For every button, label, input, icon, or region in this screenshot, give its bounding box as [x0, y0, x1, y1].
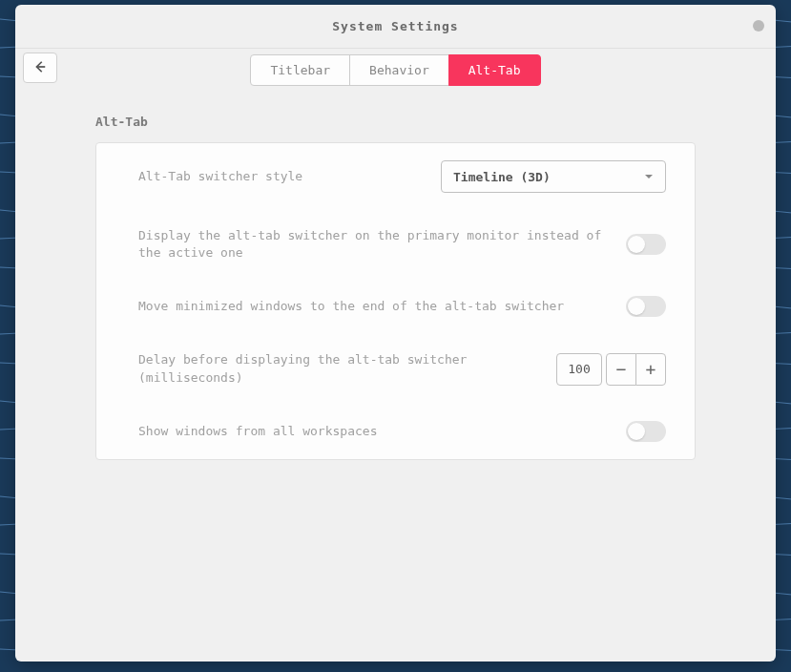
row-move-minimized: Move minimized windows to the end of the… — [96, 279, 695, 334]
delay-stepper: − + — [556, 353, 666, 386]
delay-increment-button[interactable]: + — [635, 353, 666, 386]
delay-decrement-button[interactable]: − — [606, 353, 636, 386]
delay-label: Delay before displaying the alt-tab swit… — [138, 351, 537, 386]
tab-titlebar[interactable]: Titlebar — [250, 54, 350, 86]
primary-monitor-label: Display the alt-tab switcher on the prim… — [138, 227, 607, 262]
settings-window: System Settings Titlebar Behavior Alt-Ta… — [15, 5, 776, 662]
all-workspaces-label: Show windows from all workspaces — [138, 423, 607, 440]
plus-icon: + — [646, 359, 656, 379]
row-delay: Delay before displaying the alt-tab swit… — [96, 334, 695, 403]
section-title: Alt-Tab — [95, 115, 696, 129]
close-button[interactable] — [753, 20, 764, 32]
chevron-down-icon — [644, 170, 654, 184]
tab-bar: Titlebar Behavior Alt-Tab — [15, 54, 776, 86]
minus-icon: − — [616, 359, 627, 379]
tab-alt-tab[interactable]: Alt-Tab — [448, 54, 541, 86]
back-arrow-icon — [33, 60, 47, 76]
window-title: System Settings — [332, 19, 458, 33]
back-button[interactable] — [23, 52, 57, 83]
primary-monitor-toggle[interactable] — [626, 234, 666, 255]
move-minimized-toggle[interactable] — [626, 296, 666, 317]
delay-input[interactable] — [556, 353, 602, 386]
move-minimized-label: Move minimized windows to the end of the… — [138, 298, 607, 315]
content-area: Alt-Tab Alt-Tab switcher style Timeline … — [15, 86, 776, 662]
tab-behavior[interactable]: Behavior — [349, 54, 449, 86]
row-all-workspaces: Show windows from all workspaces — [96, 404, 695, 459]
window-header: System Settings — [15, 5, 776, 49]
switcher-style-label: Alt-Tab switcher style — [138, 168, 422, 185]
row-switcher-style: Alt-Tab switcher style Timeline (3D) — [96, 143, 695, 210]
all-workspaces-toggle[interactable] — [626, 421, 666, 442]
settings-panel: Alt-Tab switcher style Timeline (3D) Dis… — [95, 142, 696, 460]
dropdown-value: Timeline (3D) — [453, 170, 551, 184]
row-primary-monitor: Display the alt-tab switcher on the prim… — [96, 210, 695, 279]
switcher-style-dropdown[interactable]: Timeline (3D) — [441, 160, 666, 193]
